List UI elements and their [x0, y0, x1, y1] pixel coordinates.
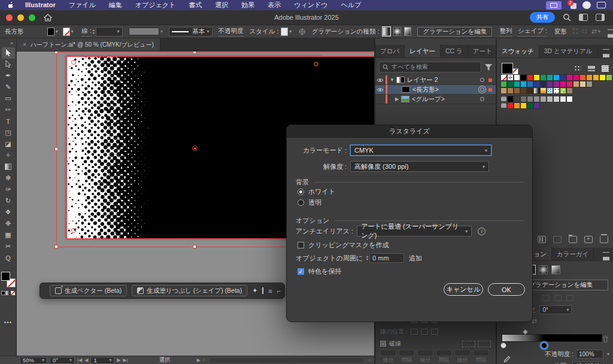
swatch-grid[interactable]: ✛	[500, 74, 612, 109]
layer-thumbnail[interactable]	[396, 77, 405, 83]
toolbar-collapse-icon[interactable]: »	[0, 38, 16, 47]
scissors-tool[interactable]: ✂	[2, 241, 15, 252]
around-value-input[interactable]: 0 mm	[369, 253, 404, 263]
menubar-item[interactable]: Illustrator	[19, 0, 62, 10]
align-outside-icon[interactable]	[431, 329, 438, 335]
align-center-icon[interactable]	[411, 329, 418, 335]
fill-stroke-proxy[interactable]	[1, 272, 16, 287]
swatch-cell[interactable]	[520, 96, 527, 102]
gradient-slider[interactable]	[502, 334, 602, 342]
transform-label[interactable]: 変形	[554, 28, 567, 36]
flip-icon[interactable]: ⇄	[591, 28, 597, 35]
width-profile-swatch[interactable]	[129, 28, 159, 35]
none-mode-icon[interactable]	[11, 291, 15, 295]
freeform-gradient-button[interactable]	[551, 265, 560, 274]
stroke-weight-stepper[interactable]: ▴▾	[93, 29, 95, 35]
stroke-options-icon[interactable]: ≡	[268, 287, 272, 295]
swatch-cell[interactable]	[579, 74, 586, 81]
swatch-cell[interactable]	[586, 81, 593, 87]
pen-tool[interactable]: ✒	[2, 70, 15, 81]
swatch-cell[interactable]	[527, 81, 533, 87]
swatch-cell[interactable]	[553, 74, 560, 81]
layer-name[interactable]: レイヤー 2	[407, 76, 438, 84]
magic-wand-icon[interactable]: ✦	[252, 287, 257, 295]
stroke-dropdown-chevron[interactable]: ▾	[71, 29, 74, 34]
swatch-cell[interactable]	[514, 81, 520, 87]
home-icon[interactable]	[44, 14, 52, 22]
swatch-kinds-icon[interactable]	[573, 65, 582, 72]
gradient-panel-menu-icon[interactable]	[599, 248, 613, 260]
swatch-folder[interactable]	[500, 102, 507, 109]
swatch-cell[interactable]	[527, 102, 533, 109]
scroll-left-icon[interactable]: ‹	[203, 357, 205, 363]
share-button[interactable]: 共有	[530, 12, 555, 23]
arc-icon[interactable]: ⌐	[277, 287, 281, 295]
eyedropper-icon[interactable]	[503, 356, 511, 363]
selection-handle-top-mid[interactable]	[193, 51, 196, 54]
style-chevron[interactable]: ▾	[289, 29, 292, 34]
swatch-cell[interactable]	[593, 74, 599, 81]
swatch-cell[interactable]	[500, 81, 507, 87]
dash-field[interactable]: 線分	[380, 350, 396, 364]
menubar-item[interactable]: 編集	[102, 0, 129, 10]
swatch-cell[interactable]	[547, 81, 553, 87]
gradient-tool[interactable]	[2, 161, 15, 172]
selection-chip[interactable]	[488, 88, 492, 92]
delete-stop-icon[interactable]	[602, 335, 609, 343]
rotate-tool[interactable]: ↻	[2, 195, 15, 207]
clipping-mask-checkbox[interactable]	[298, 242, 304, 248]
blend-tool[interactable]: ❖	[2, 207, 15, 218]
object-name[interactable]: <長方形>	[412, 86, 439, 94]
swatch-patdot[interactable]	[553, 87, 560, 94]
dashed-line-checkbox[interactable]: −	[380, 341, 386, 347]
swatch-gradgold[interactable]	[540, 87, 547, 94]
fill-proxy-swatch[interactable]	[1, 272, 10, 281]
fill-color-swatch[interactable]	[47, 28, 54, 36]
dash-field[interactable]: 間隔	[473, 350, 489, 364]
swatch-cell[interactable]	[500, 87, 507, 94]
apple-logo-icon[interactable]	[8, 2, 15, 9]
swatch-cell[interactable]	[533, 74, 540, 81]
swatch-cell[interactable]	[507, 102, 514, 109]
zoom-tool[interactable]: Q	[2, 252, 15, 263]
shaper-tool[interactable]: ✧	[2, 150, 15, 161]
document-tab[interactable]: × ハーフトーン.ai* @ 50 % (CMYK/プレビュー)	[17, 38, 160, 51]
selection-handle-top-left[interactable]	[54, 51, 58, 54]
swatch-grad[interactable]	[533, 87, 540, 94]
around-stepper[interactable]: ▴▾	[366, 255, 368, 261]
delete-swatch-icon[interactable]	[600, 236, 608, 243]
artboard-number-select[interactable]: 1▾	[90, 357, 114, 364]
swatch-cell[interactable]	[533, 102, 540, 109]
stroke-color-swatch[interactable]	[63, 28, 70, 36]
layer-row[interactable]: ▼ レイヤー 2	[375, 75, 496, 85]
swatch-cell[interactable]	[520, 87, 527, 94]
status-expand-icon[interactable]: ▶	[197, 357, 201, 363]
swatch-cell[interactable]	[540, 96, 547, 102]
zoom-level-select[interactable]: 50%▾	[20, 357, 47, 364]
selection-handle-left-mid[interactable]	[54, 147, 58, 151]
swatch-cell[interactable]	[520, 81, 527, 87]
more-transform-chevron[interactable]: ▾	[598, 29, 600, 34]
expand-chevron-icon[interactable]: ▶	[394, 96, 400, 102]
stop-position-select[interactable]: 42.4394%	[572, 362, 603, 364]
resolution-select[interactable]: 高解像度 (300 ppi)▾	[350, 161, 489, 172]
swatch-cell[interactable]	[527, 96, 533, 102]
horizontal-scrollbar[interactable]	[210, 358, 365, 363]
layers-search-input[interactable]: すべてを検索	[379, 62, 481, 72]
fill-black-icon[interactable]	[262, 287, 263, 294]
visibility-eye-empty[interactable]	[375, 95, 386, 104]
gradient-stop-white[interactable]	[500, 342, 506, 348]
radio-white-label[interactable]: ホワイト	[308, 187, 335, 196]
filter-icon[interactable]	[485, 64, 492, 71]
new-swatch-icon[interactable]	[584, 236, 593, 243]
stop-opacity-select[interactable]: 100%	[576, 350, 603, 359]
swatch-reg[interactable]: ✛	[507, 74, 514, 81]
corner-widget-top-right[interactable]	[314, 62, 318, 66]
tab-layers[interactable]: レイヤー	[405, 45, 441, 57]
swatch-cell[interactable]	[553, 96, 560, 102]
swatch-cell[interactable]	[560, 96, 566, 102]
visibility-eye-icon[interactable]	[375, 85, 386, 94]
object-thumbnail[interactable]	[402, 86, 410, 93]
isolate-icon[interactable]: ⛶	[573, 28, 578, 35]
cancel-button[interactable]: キャンセル	[444, 283, 483, 296]
